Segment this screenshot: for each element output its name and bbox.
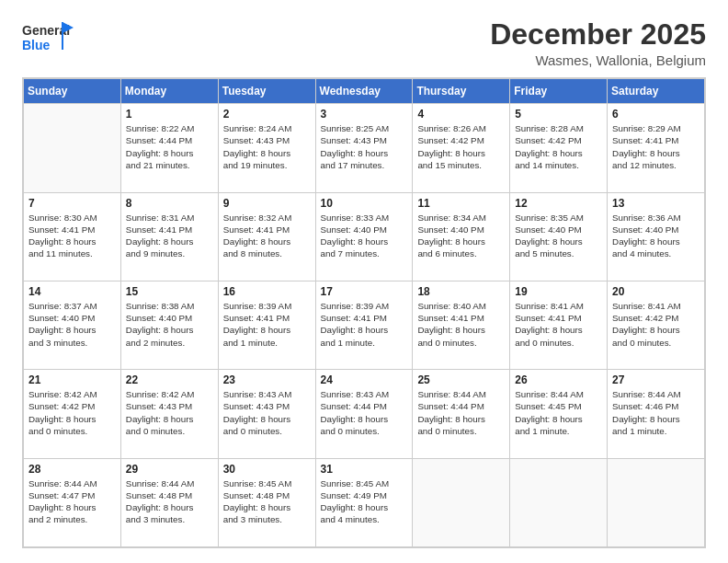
- calendar-cell: 7Sunrise: 8:30 AMSunset: 4:41 PMDaylight…: [24, 192, 121, 281]
- day-number: 5: [515, 108, 602, 121]
- col-saturday: Saturday: [608, 79, 705, 104]
- calendar-week-1: 7Sunrise: 8:30 AMSunset: 4:41 PMDaylight…: [24, 192, 705, 281]
- calendar-cell: 2Sunrise: 8:24 AMSunset: 4:43 PMDaylight…: [218, 104, 315, 192]
- calendar-cell: [608, 458, 705, 546]
- day-info: Sunrise: 8:32 AMSunset: 4:41 PMDaylight:…: [223, 212, 311, 260]
- day-number: 11: [417, 197, 505, 210]
- day-info: Sunrise: 8:41 AMSunset: 4:42 PMDaylight:…: [612, 300, 700, 349]
- logo-icon: General Blue: [22, 18, 74, 59]
- day-info: Sunrise: 8:44 AMSunset: 4:44 PMDaylight:…: [417, 388, 505, 437]
- day-number: 6: [612, 108, 700, 121]
- calendar-cell: [24, 104, 121, 192]
- col-sunday: Sunday: [24, 79, 121, 104]
- calendar-cell: 23Sunrise: 8:43 AMSunset: 4:43 PMDayligh…: [218, 370, 315, 458]
- col-friday: Friday: [510, 79, 608, 104]
- calendar-cell: 16Sunrise: 8:39 AMSunset: 4:41 PMDayligh…: [218, 281, 315, 369]
- calendar-cell: 31Sunrise: 8:45 AMSunset: 4:49 PMDayligh…: [315, 458, 413, 546]
- day-info: Sunrise: 8:42 AMSunset: 4:42 PMDaylight:…: [28, 388, 116, 437]
- calendar-week-3: 21Sunrise: 8:42 AMSunset: 4:42 PMDayligh…: [24, 370, 705, 458]
- day-number: 1: [126, 108, 213, 121]
- calendar-cell: 8Sunrise: 8:31 AMSunset: 4:41 PMDaylight…: [120, 192, 218, 281]
- calendar-cell: 20Sunrise: 8:41 AMSunset: 4:42 PMDayligh…: [608, 281, 705, 369]
- col-wednesday: Wednesday: [315, 79, 413, 104]
- day-info: Sunrise: 8:25 AMSunset: 4:43 PMDaylight:…: [321, 122, 408, 171]
- day-number: 19: [515, 285, 602, 298]
- day-number: 9: [223, 197, 311, 210]
- col-tuesday: Tuesday: [218, 79, 315, 104]
- calendar-cell: 9Sunrise: 8:32 AMSunset: 4:41 PMDaylight…: [218, 192, 315, 281]
- day-info: Sunrise: 8:33 AMSunset: 4:40 PMDaylight:…: [321, 212, 408, 260]
- calendar-cell: 21Sunrise: 8:42 AMSunset: 4:42 PMDayligh…: [24, 370, 121, 458]
- day-info: Sunrise: 8:43 AMSunset: 4:43 PMDaylight:…: [223, 388, 311, 437]
- calendar-cell: [510, 458, 608, 546]
- day-number: 31: [321, 463, 408, 476]
- day-info: Sunrise: 8:39 AMSunset: 4:41 PMDaylight:…: [321, 300, 408, 349]
- day-number: 24: [321, 373, 408, 386]
- day-number: 22: [126, 373, 213, 386]
- day-number: 18: [417, 285, 505, 298]
- calendar-header: Sunday Monday Tuesday Wednesday Thursday…: [24, 79, 705, 104]
- day-number: 8: [126, 197, 213, 210]
- day-info: Sunrise: 8:44 AMSunset: 4:47 PMDaylight:…: [28, 477, 116, 526]
- calendar-cell: 28Sunrise: 8:44 AMSunset: 4:47 PMDayligh…: [24, 458, 121, 546]
- calendar-cell: 27Sunrise: 8:44 AMSunset: 4:46 PMDayligh…: [608, 370, 705, 458]
- day-number: 26: [515, 373, 602, 386]
- day-number: 30: [223, 463, 311, 476]
- day-number: 12: [515, 197, 602, 210]
- calendar: Sunday Monday Tuesday Wednesday Thursday…: [22, 77, 706, 548]
- calendar-week-2: 14Sunrise: 8:37 AMSunset: 4:40 PMDayligh…: [24, 281, 705, 369]
- day-number: 15: [126, 285, 213, 298]
- title-block: December 2025 Wasmes, Wallonia, Belgium: [490, 18, 706, 68]
- day-number: 10: [321, 197, 408, 210]
- day-info: Sunrise: 8:37 AMSunset: 4:40 PMDaylight:…: [28, 300, 116, 349]
- day-number: 4: [417, 108, 505, 121]
- day-number: 23: [223, 373, 311, 386]
- day-info: Sunrise: 8:39 AMSunset: 4:41 PMDaylight:…: [223, 300, 311, 349]
- header-row: Sunday Monday Tuesday Wednesday Thursday…: [24, 79, 705, 104]
- day-info: Sunrise: 8:36 AMSunset: 4:40 PMDaylight:…: [612, 212, 700, 260]
- subtitle: Wasmes, Wallonia, Belgium: [490, 52, 706, 68]
- calendar-cell: 24Sunrise: 8:43 AMSunset: 4:44 PMDayligh…: [315, 370, 413, 458]
- calendar-cell: 4Sunrise: 8:26 AMSunset: 4:42 PMDaylight…: [413, 104, 510, 192]
- day-info: Sunrise: 8:35 AMSunset: 4:40 PMDaylight:…: [515, 212, 602, 260]
- calendar-cell: 1Sunrise: 8:22 AMSunset: 4:44 PMDaylight…: [120, 104, 218, 192]
- calendar-cell: 13Sunrise: 8:36 AMSunset: 4:40 PMDayligh…: [608, 192, 705, 281]
- day-number: 13: [612, 197, 700, 210]
- col-monday: Monday: [120, 79, 218, 104]
- calendar-cell: [413, 458, 510, 546]
- day-number: 21: [28, 373, 116, 386]
- day-number: 25: [417, 373, 505, 386]
- day-number: 28: [28, 463, 116, 476]
- day-info: Sunrise: 8:22 AMSunset: 4:44 PMDaylight:…: [126, 122, 213, 171]
- calendar-cell: 15Sunrise: 8:38 AMSunset: 4:40 PMDayligh…: [120, 281, 218, 369]
- day-info: Sunrise: 8:44 AMSunset: 4:46 PMDaylight:…: [612, 388, 700, 437]
- calendar-cell: 19Sunrise: 8:41 AMSunset: 4:41 PMDayligh…: [510, 281, 608, 369]
- calendar-table: Sunday Monday Tuesday Wednesday Thursday…: [23, 78, 705, 547]
- calendar-cell: 22Sunrise: 8:42 AMSunset: 4:43 PMDayligh…: [120, 370, 218, 458]
- calendar-cell: 5Sunrise: 8:28 AMSunset: 4:42 PMDaylight…: [510, 104, 608, 192]
- day-info: Sunrise: 8:30 AMSunset: 4:41 PMDaylight:…: [28, 212, 116, 260]
- day-info: Sunrise: 8:41 AMSunset: 4:41 PMDaylight:…: [515, 300, 602, 349]
- col-thursday: Thursday: [413, 79, 510, 104]
- day-info: Sunrise: 8:34 AMSunset: 4:40 PMDaylight:…: [417, 212, 505, 260]
- logo: General Blue: [22, 18, 74, 59]
- day-info: Sunrise: 8:29 AMSunset: 4:41 PMDaylight:…: [612, 122, 700, 171]
- day-number: 2: [223, 108, 311, 121]
- day-number: 16: [223, 285, 311, 298]
- calendar-cell: 17Sunrise: 8:39 AMSunset: 4:41 PMDayligh…: [315, 281, 413, 369]
- day-info: Sunrise: 8:45 AMSunset: 4:48 PMDaylight:…: [223, 477, 311, 526]
- day-info: Sunrise: 8:43 AMSunset: 4:44 PMDaylight:…: [321, 388, 408, 437]
- day-number: 20: [612, 285, 700, 298]
- day-info: Sunrise: 8:24 AMSunset: 4:43 PMDaylight:…: [223, 122, 311, 171]
- page: General Blue December 2025 Wasmes, Wallo…: [0, 0, 728, 563]
- day-number: 17: [321, 285, 408, 298]
- calendar-cell: 18Sunrise: 8:40 AMSunset: 4:41 PMDayligh…: [413, 281, 510, 369]
- calendar-cell: 12Sunrise: 8:35 AMSunset: 4:40 PMDayligh…: [510, 192, 608, 281]
- day-number: 3: [321, 108, 408, 121]
- main-title: December 2025: [490, 18, 706, 51]
- calendar-cell: 10Sunrise: 8:33 AMSunset: 4:40 PMDayligh…: [315, 192, 413, 281]
- day-info: Sunrise: 8:40 AMSunset: 4:41 PMDaylight:…: [417, 300, 505, 349]
- calendar-week-4: 28Sunrise: 8:44 AMSunset: 4:47 PMDayligh…: [24, 458, 705, 546]
- day-info: Sunrise: 8:45 AMSunset: 4:49 PMDaylight:…: [321, 477, 408, 526]
- calendar-cell: 30Sunrise: 8:45 AMSunset: 4:48 PMDayligh…: [218, 458, 315, 546]
